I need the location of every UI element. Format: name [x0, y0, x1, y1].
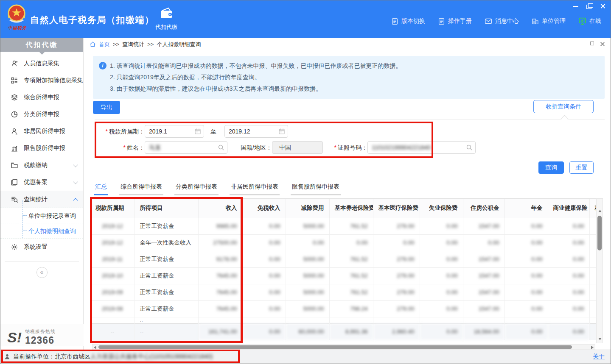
restore-button[interactable] — [586, 3, 593, 9]
table-cell: 7645.00 — [198, 284, 242, 300]
sidebar: 代扣代缴 人员信息采集 专项附加扣除信息采集 综合所得申报 分类所得申报 非居民… — [0, 38, 84, 350]
nationality-field: 中国 — [272, 141, 323, 154]
tab-restricted-stock[interactable]: 限售股所得申报表 — [291, 181, 341, 195]
scroll-down-arrow[interactable] — [598, 338, 602, 340]
sidebar-collapse-button[interactable]: « — [36, 267, 48, 278]
table-cell — [589, 284, 596, 300]
documents-icon — [11, 178, 18, 186]
period-from-value: 2019.1 — [149, 128, 167, 135]
table-cell: 0.00 — [242, 218, 286, 234]
table-cell: 18,564.00 — [463, 323, 504, 340]
column-header[interactable]: 所得项目 — [135, 199, 198, 218]
table-cell: 0.00 — [504, 284, 548, 300]
submenu-item-unit-declaration-query[interactable]: 单位申报记录查询 — [0, 208, 83, 223]
column-header[interactable]: 商业健康保险 — [548, 199, 589, 218]
app-window: 中国税务 自然人电子税务局（扣缴端） 代扣代缴 版本切换 — [0, 0, 611, 364]
table-cell: 2019-11 — [90, 251, 135, 267]
table-cell: 0.00 — [504, 218, 548, 234]
partial-row: .. — [90, 317, 596, 323]
notice-line: 2. 只能查询2019年及之后的数据，不能进行跨年度查询。 — [110, 72, 599, 83]
sidebar-item-label: 非居民所得申报 — [24, 128, 77, 135]
about-link[interactable]: 关于 — [593, 353, 605, 361]
hotline-logo: S! — [7, 329, 22, 346]
table-cell: 0.00 — [463, 234, 504, 251]
menu-version-switch[interactable]: 版本切换 — [391, 17, 425, 25]
breadcrumb-home[interactable]: 首页 — [99, 41, 110, 48]
scroll-up-arrow[interactable] — [598, 210, 602, 212]
search-icon[interactable] — [218, 144, 224, 151]
column-header[interactable]: 税款所属期 — [90, 199, 135, 218]
menu-online-status[interactable]: 在线 — [578, 17, 601, 25]
column-header[interactable]: 减除费用 — [286, 199, 329, 218]
calendar-icon[interactable] — [194, 128, 201, 135]
sidebar-item-special-deduction[interactable]: 专项附加扣除信息采集 — [0, 72, 83, 89]
column-header[interactable]: 住房公积金 — [463, 199, 504, 218]
tab-nonresident-income[interactable]: 非居民所得申报表 — [230, 181, 280, 195]
submenu-item-personal-withholding-query[interactable]: 个人扣缴明细查询 — [0, 223, 83, 238]
horizontal-scrollbar[interactable] — [92, 344, 595, 350]
table-cell: 5000.00 — [286, 267, 329, 284]
sidebar-item-label: 人员信息采集 — [24, 60, 77, 67]
module-tab-label: 代扣代缴 — [148, 23, 185, 31]
query-button[interactable]: 查询 — [538, 161, 564, 174]
search-icon[interactable] — [466, 144, 473, 151]
column-header[interactable]: 年金 — [504, 199, 548, 218]
column-header[interactable]: 免税收入 — [242, 199, 286, 218]
vertical-scrollbar[interactable] — [596, 198, 603, 343]
page-close-icon[interactable] — [600, 42, 605, 46]
menu-label: 在线 — [589, 17, 601, 25]
sidebar-item-nonresident-income[interactable]: 非居民所得申报 — [0, 123, 83, 140]
home-icon[interactable] — [90, 41, 96, 47]
sidebar-item-tax-payment[interactable]: 税款缴纳 — [0, 157, 83, 174]
menu-label: 操作手册 — [448, 17, 472, 25]
sidebar-item-classified-income[interactable]: 分类所得申报 — [0, 106, 83, 123]
page-maximize-icon[interactable] — [590, 42, 594, 45]
menu-message-center[interactable]: 消息中心 — [485, 17, 519, 25]
panel-divider — [95, 119, 605, 120]
module-tab-daikoudaijiao[interactable]: 代扣代缴 — [148, 7, 185, 31]
close-button[interactable] — [600, 3, 606, 9]
table-cell: 0.00 — [504, 234, 548, 251]
period-to-field[interactable]: 2019.12 — [224, 125, 288, 138]
sidebar-item-preferential-filing[interactable]: 优惠备案 — [0, 174, 83, 191]
menu-manual[interactable]: 操作手册 — [438, 17, 472, 25]
horizontal-scroll-thumb[interactable] — [98, 345, 572, 349]
table-cell: 0.00 — [242, 284, 286, 300]
table-cell: 279.00 — [373, 218, 420, 234]
minimize-button[interactable] — [572, 3, 579, 9]
notice-panel: i 1. 该查询统计表仅能查询已申报成功的数据，不包含未申报、申报失败，已申报但… — [93, 56, 605, 99]
column-header[interactable]: 基本医疗保险费 — [373, 199, 420, 218]
table-cell — [463, 317, 504, 323]
name-field[interactable]: 马某 — [145, 141, 227, 154]
table-cell: 2019-10 — [90, 267, 135, 284]
vertical-scroll-thumb[interactable] — [597, 216, 602, 250]
column-header[interactable]: 失业保险费 — [420, 199, 463, 218]
calendar-icon[interactable] — [278, 128, 285, 135]
column-header[interactable]: 基本养老保险费 — [329, 199, 373, 218]
menu-unit-management[interactable]: 单位管理 — [532, 17, 566, 25]
tab-summary[interactable]: 汇总 — [94, 181, 108, 195]
sidebar-item-personnel-info[interactable]: 人员信息采集 — [0, 55, 83, 72]
column-header[interactable]: 税 — [589, 199, 596, 218]
sidebar-item-label: 税款缴纳 — [24, 161, 74, 169]
scroll-left-arrow[interactable] — [94, 346, 96, 349]
reset-button[interactable]: 重置 — [569, 161, 594, 174]
sidebar-item-system-settings[interactable]: 系统设置 — [0, 239, 83, 256]
id-number-value: 110102199904221840 — [372, 144, 431, 151]
column-header[interactable]: 收入 — [198, 199, 242, 218]
tab-classified-income[interactable]: 分类所得申报表 — [174, 181, 219, 195]
collapse-conditions-button[interactable]: 收折查询条件 — [533, 100, 594, 113]
scroll-right-arrow[interactable] — [591, 346, 594, 349]
checklist-icon — [11, 77, 18, 84]
tab-comprehensive-income[interactable]: 综合所得申报表 — [119, 181, 163, 195]
window-controls — [572, 3, 606, 9]
sidebar-item-query-statistics[interactable]: 查询统计 — [0, 191, 83, 208]
period-from-field[interactable]: 2019.1 — [145, 125, 204, 138]
table-cell: 279.00 — [373, 267, 420, 284]
name-label: *姓名： — [111, 141, 145, 154]
table-cell: .. — [135, 317, 198, 323]
sidebar-item-comprehensive-income[interactable]: 综合所得申报 — [0, 89, 83, 106]
id-number-field[interactable]: 110102199904221840 — [367, 141, 476, 154]
sidebar-item-restricted-stock[interactable]: 限售股所得申报 — [0, 140, 83, 157]
export-button[interactable]: 导出 — [93, 101, 120, 114]
